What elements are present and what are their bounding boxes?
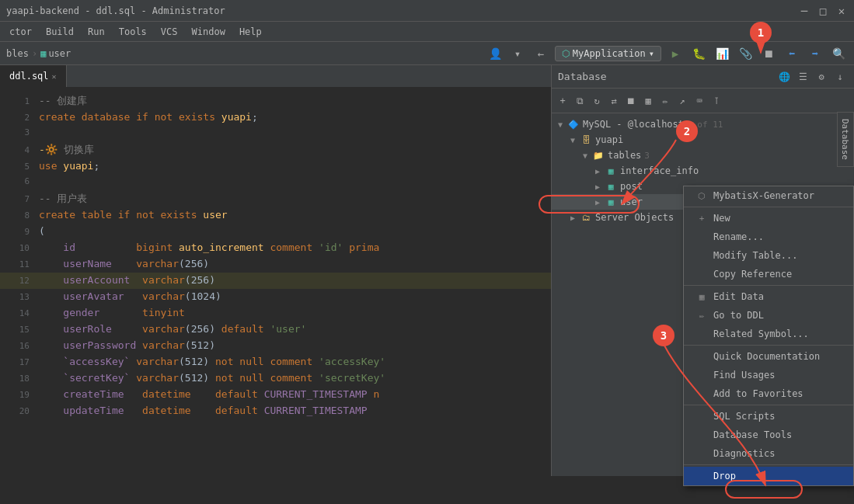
code-line-13: 13 userAvatar varchar(1024) xyxy=(0,289,551,305)
file-tab-bar: ddl.sql ✕ xyxy=(0,65,551,87)
db-sync-btn[interactable]: ⇄ xyxy=(606,93,622,109)
db-panel-icons: 🌐 ☰ ⚙ ↓ xyxy=(776,69,848,85)
tree-mysql-connection[interactable]: ▼ 🔷 MySQL - @localhost 1 of 11 xyxy=(552,116,854,132)
search-btn[interactable]: 🔍 xyxy=(829,44,848,63)
nav-btn2[interactable]: ➡ xyxy=(806,44,824,63)
tree-arrow-interface: ▶ xyxy=(595,167,605,176)
ctx-find-usages[interactable]: Find Usages xyxy=(684,366,853,384)
tree-tables-label: tables xyxy=(608,150,641,161)
database-side-tab[interactable]: Database xyxy=(837,112,854,167)
db-down-icon[interactable]: ↓ xyxy=(832,69,848,85)
ctx-mybatis[interactable]: ⬡ MybatisX-Generator xyxy=(684,186,853,205)
app-selector[interactable]: ⬡ MyApplication ▾ xyxy=(555,46,661,61)
toolbar-right: 👤 ▾ ← ⬡ MyApplication ▾ ▶ 🐛 📊 📎 ⏹ ⬅ ➡ 🔍 xyxy=(486,44,848,63)
menu-window[interactable]: Window xyxy=(186,25,232,39)
db-stop-btn[interactable]: ⏹ xyxy=(623,93,639,109)
db-console-btn[interactable]: ⌨ xyxy=(692,93,707,109)
code-line-1: 1 -- 创建库 xyxy=(0,93,551,109)
menu-bar: ctor Build Run Tools VCS Window Help xyxy=(0,22,854,42)
menu-build[interactable]: Build xyxy=(40,25,80,39)
code-line-2: 2 create database if not exists yuapi; xyxy=(0,109,551,126)
menu-run[interactable]: Run xyxy=(82,25,111,39)
title-bar-title: yaapi-backend - ddl.sql - Administrator xyxy=(6,5,225,16)
maximize-button[interactable]: □ xyxy=(817,5,829,17)
code-line-18: 18 `secretKey` varchar(512) not null com… xyxy=(0,370,551,387)
code-line-9: 9 ( xyxy=(0,224,551,240)
user-button[interactable]: 👤 xyxy=(486,44,505,63)
back-button[interactable]: ← xyxy=(532,44,550,63)
attach-button[interactable]: 📎 xyxy=(736,44,755,63)
ctx-sql-scripts[interactable]: SQL Scripts xyxy=(684,407,853,426)
close-button[interactable]: ✕ xyxy=(835,5,848,17)
code-line-19: 19 createTime datetime default CURRENT_T… xyxy=(0,387,551,403)
menu-help[interactable]: Help xyxy=(233,25,268,39)
debug-button[interactable]: 🐛 xyxy=(689,44,708,63)
profile-button[interactable]: 📊 xyxy=(713,44,731,63)
ctx-modify[interactable]: Modify Table... xyxy=(684,246,853,265)
minimize-button[interactable]: ─ xyxy=(798,5,810,17)
db-refresh-btn[interactable]: ↻ xyxy=(589,93,605,109)
ctx-sep3 xyxy=(684,345,853,346)
tree-tables-folder[interactable]: ▼ 📁 tables 3 xyxy=(552,148,854,163)
tab-bar: bles › ▦ user 👤 ▾ ← ⬡ MyApplication ▾ ▶ … xyxy=(0,42,854,65)
app-name: MyApplication xyxy=(573,48,646,59)
ctx-go-ddl-icon: ✏ xyxy=(696,311,707,321)
db-edit-btn[interactable]: ✏ xyxy=(657,93,673,109)
ctx-related[interactable]: Related Symbol... xyxy=(684,325,853,343)
db-list-icon[interactable]: ☰ xyxy=(795,69,810,85)
ctx-add-fav-label: Add to Favorites xyxy=(713,388,803,399)
file-tab-ddl[interactable]: ddl.sql ✕ xyxy=(0,65,67,87)
table-icon-interface: ▦ xyxy=(605,165,617,177)
ctx-sep1 xyxy=(684,207,853,207)
breadcrumb-sep1: › xyxy=(32,48,37,59)
ctx-go-ddl[interactable]: ✏ Go to DDL xyxy=(684,306,853,325)
breadcrumb-tables: bles xyxy=(6,48,29,59)
mysql-icon: 🔷 xyxy=(567,118,580,130)
db-table-btn[interactable]: ▦ xyxy=(640,93,656,109)
table-icon-user: ▦ xyxy=(605,196,617,208)
ctx-edit-data[interactable]: ▦ Edit Data xyxy=(684,287,853,306)
ctx-quick-doc[interactable]: Quick Documentation xyxy=(684,347,853,366)
db-filter-icon[interactable]: ⚙ xyxy=(814,69,829,85)
code-line-4: 4 -🔆 切换库 xyxy=(0,142,551,158)
tree-arrow-yuapi: ▼ xyxy=(570,136,580,144)
tree-mysql-label: MySQL - @localhost xyxy=(583,119,684,130)
tree-arrow-user: ▶ xyxy=(595,198,605,207)
code-line2: create database if not exists yuapi; xyxy=(39,109,258,126)
file-tab-close[interactable]: ✕ xyxy=(52,72,57,81)
annotation-3: 3 xyxy=(653,325,674,346)
ctx-add-fav[interactable]: Add to Favorites xyxy=(684,384,853,403)
code-line-5: 5 use yuapi; xyxy=(0,158,551,175)
tree-yuapi-db[interactable]: ▼ 🗄 yuapi xyxy=(552,132,854,148)
code-editor[interactable]: 1 -- 创建库 2 create database if not exists… xyxy=(0,87,551,476)
tree-arrow-mysql: ▼ xyxy=(558,120,567,129)
db-filter2-btn[interactable]: ⊺ xyxy=(709,93,724,109)
ctx-diagnostics[interactable]: Diagnostics xyxy=(684,444,853,463)
db-copy-btn[interactable]: ⧉ xyxy=(572,93,587,109)
menu-tools[interactable]: Tools xyxy=(113,25,153,39)
tree-interface-info[interactable]: ▶ ▦ interface_info xyxy=(552,163,854,179)
ctx-diagnostics-label: Diagnostics xyxy=(713,448,775,459)
db-globe-icon[interactable]: 🌐 xyxy=(776,69,792,85)
ctx-copy-ref[interactable]: Copy Reference xyxy=(684,265,853,283)
db-icon: 🗄 xyxy=(580,134,592,146)
code-line-11: 11 userName varchar(256) xyxy=(0,256,551,273)
arrow-button[interactable]: ▾ xyxy=(508,44,527,63)
ctx-new[interactable]: + New xyxy=(684,209,853,228)
menu-ctor[interactable]: ctor xyxy=(3,25,38,39)
db-add-btn[interactable]: + xyxy=(555,93,570,109)
tree-interface-label: interface_info xyxy=(620,165,699,176)
ctx-drop[interactable]: Drop xyxy=(684,467,853,485)
ctx-rename[interactable]: Rename... xyxy=(684,228,853,246)
ctx-sep4 xyxy=(684,405,853,405)
menu-vcs[interactable]: VCS xyxy=(155,25,184,39)
ctx-db-tools[interactable]: Database Tools xyxy=(684,426,853,444)
ctx-edit-data-icon: ▦ xyxy=(696,292,707,302)
ctx-sql-scripts-label: SQL Scripts xyxy=(713,411,775,422)
code-line-12: 12 userAccount varchar(256) xyxy=(0,273,551,289)
db-jump-btn[interactable]: ↗ xyxy=(674,93,690,109)
nav-btn1[interactable]: ⬅ xyxy=(783,44,801,63)
tree-arrow-tables: ▼ xyxy=(583,151,592,160)
stop-button[interactable]: ⏹ xyxy=(759,44,778,63)
run-button[interactable]: ▶ xyxy=(666,44,685,63)
